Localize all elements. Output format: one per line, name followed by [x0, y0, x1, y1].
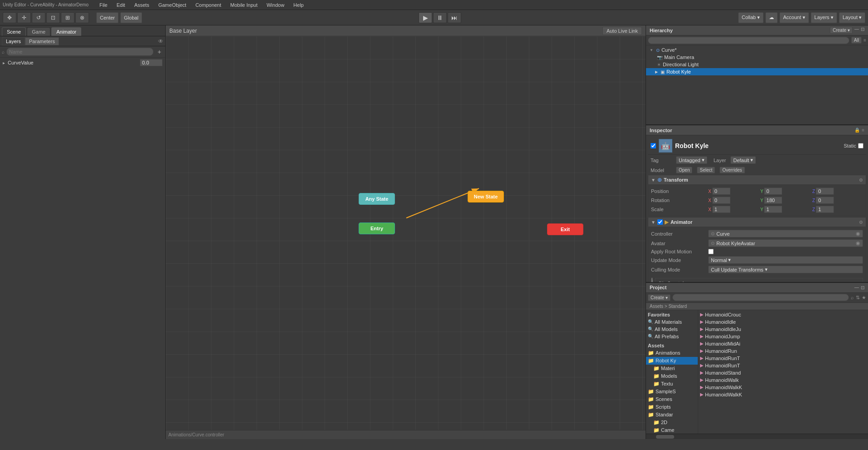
tab-game[interactable]: Game: [27, 27, 50, 36]
update-mode-dropdown[interactable]: Normal ▾: [708, 256, 863, 264]
layers-button[interactable]: Layers ▾: [811, 12, 837, 23]
proj-all-models[interactable]: 🔍 All Models: [646, 326, 698, 333]
proj-item-10[interactable]: ▶ HumanoidWalkK: [698, 384, 868, 391]
state-any-state[interactable]: Any State: [359, 193, 395, 205]
pause-button[interactable]: ⏸: [433, 12, 447, 23]
hand-tool[interactable]: ✥: [3, 12, 16, 23]
rect-tool[interactable]: ⊞: [61, 12, 74, 23]
avatar-circle-btn[interactable]: ◉: [856, 240, 860, 246]
proj-item-3[interactable]: ▶ HumanoidJump: [698, 333, 868, 340]
menu-file[interactable]: File: [98, 1, 109, 9]
params-tab[interactable]: Parameters: [25, 37, 59, 45]
transform-tool[interactable]: ⊗: [75, 12, 89, 23]
move-tool[interactable]: ✛: [17, 12, 31, 23]
star-icon[interactable]: ★: [862, 295, 866, 301]
layers-tab[interactable]: Layers: [2, 37, 25, 45]
scale-tool[interactable]: ⊡: [46, 12, 60, 23]
menu-component[interactable]: Component: [193, 1, 223, 9]
animator-graph-area[interactable]: Any State Entry Exit New State: [166, 36, 646, 430]
inspector-menu-icon[interactable]: ≡: [862, 128, 864, 133]
param-search-input[interactable]: [6, 48, 153, 56]
scale-x-input[interactable]: [712, 206, 730, 213]
proj-robot-kyle[interactable]: 📁 Robot Ky: [646, 357, 698, 365]
proj-item-0[interactable]: ▶ HumanoidCrouc: [698, 311, 868, 318]
proj-materials[interactable]: 📁 Materi: [646, 365, 698, 372]
proj-item-7[interactable]: ▶ HumanoidRunT: [698, 362, 868, 369]
auto-live-button[interactable]: Auto Live Link: [602, 27, 642, 35]
tag-dropdown[interactable]: Untagged ▾: [676, 156, 707, 164]
state-exit[interactable]: Exit: [547, 223, 583, 235]
search-icon[interactable]: ⌕: [851, 295, 854, 300]
layout-button[interactable]: Layout ▾: [839, 12, 865, 23]
proj-item-6[interactable]: ▶ HumanoidRunT: [698, 355, 868, 362]
proj-item-2[interactable]: ▶ HumanoidIdleJu: [698, 326, 868, 333]
proj-models[interactable]: 📁 Models: [646, 372, 698, 380]
play-button[interactable]: ▶: [419, 12, 432, 23]
state-new-state[interactable]: New State: [468, 191, 504, 203]
proj-item-11[interactable]: ▶ HumanoidWalkK: [698, 391, 868, 398]
param-value-input[interactable]: [140, 59, 163, 66]
transform-header[interactable]: ▼ ⊕ Transform ⚙: [648, 175, 866, 185]
apply-root-checkbox[interactable]: [708, 249, 714, 254]
rotate-tool[interactable]: ↺: [32, 12, 45, 23]
tab-scene[interactable]: Scene: [2, 27, 26, 36]
menu-edit[interactable]: Edit: [115, 1, 127, 9]
hierarchy-scene-root[interactable]: ▼ ⊙ Curve*: [646, 46, 868, 54]
proj-scripts[interactable]: 📁 Scripts: [646, 403, 698, 411]
step-button[interactable]: ⏭: [448, 12, 461, 23]
add-param-button[interactable]: +: [155, 48, 163, 56]
hierarchy-search-input[interactable]: [648, 37, 849, 44]
obj-active-checkbox[interactable]: [651, 143, 656, 148]
proj-sample-scenes[interactable]: 📁 SampleS: [646, 388, 698, 396]
hierarchy-item-dir-light[interactable]: ☀ Directional Light: [646, 61, 868, 68]
proj-standard[interactable]: 📁 Standar: [646, 411, 698, 419]
scale-z-input[interactable]: [816, 206, 834, 213]
tab-animator[interactable]: Animator: [51, 27, 81, 36]
hierarchy-create-button[interactable]: Create ▾: [830, 27, 853, 34]
proj-item-4[interactable]: ▶ HumanoidMidAi: [698, 340, 868, 347]
project-minus-icon[interactable]: —: [854, 285, 859, 290]
animator-settings-icon[interactable]: ⚙: [859, 220, 863, 225]
static-checkbox[interactable]: [858, 143, 863, 148]
proj-textures[interactable]: 📁 Textu: [646, 380, 698, 388]
model-select-button[interactable]: Select: [697, 167, 715, 173]
scale-y-input[interactable]: [764, 206, 782, 213]
transform-settings-icon[interactable]: ⚙: [859, 178, 863, 183]
menu-help[interactable]: Help: [291, 1, 306, 9]
menu-mobile-input[interactable]: Mobile Input: [228, 1, 259, 9]
hierarchy-options-icon[interactable]: ≡: [863, 38, 866, 43]
rotation-y-input[interactable]: [764, 197, 782, 204]
minus-icon[interactable]: —: [854, 27, 859, 34]
position-x-input[interactable]: [712, 188, 730, 195]
proj-camera[interactable]: 📁 Came: [646, 426, 698, 434]
animator-comp-header[interactable]: ▼ ▶ Animator ⚙: [648, 217, 866, 227]
culling-mode-dropdown[interactable]: Cull Update Transforms ▾: [708, 266, 863, 273]
project-scrollbar[interactable]: [646, 434, 868, 439]
project-search-input[interactable]: [672, 294, 849, 301]
project-create-button[interactable]: Create ▾: [648, 294, 671, 301]
rotation-x-input[interactable]: [712, 197, 730, 204]
proj-item-8[interactable]: ▶ HumanoidStand: [698, 369, 868, 376]
position-z-input[interactable]: [816, 188, 834, 195]
rotation-z-input[interactable]: [816, 197, 834, 204]
menu-gameobject[interactable]: GameObject: [157, 1, 188, 9]
menu-assets[interactable]: Assets: [133, 1, 151, 9]
inspector-lock-icon[interactable]: 🔒: [854, 128, 860, 133]
center-toggle[interactable]: Center: [96, 12, 118, 23]
proj-item-1[interactable]: ▶ HumanoidIdle: [698, 318, 868, 326]
menu-window[interactable]: Window: [265, 1, 286, 9]
proj-scenes[interactable]: 📁 Scenes: [646, 396, 698, 403]
hierarchy-item-robot-kyle[interactable]: ▶ ▣ Robot Kyle: [646, 68, 868, 75]
proj-animations[interactable]: 📁 Animations: [646, 349, 698, 357]
animator-enabled-checkbox[interactable]: [657, 219, 663, 225]
proj-all-materials[interactable]: 🔍 All Materials: [646, 318, 698, 326]
eye-icon[interactable]: 👁: [158, 38, 163, 45]
model-overrides-button[interactable]: Overrides: [720, 167, 745, 173]
project-scrollbar-thumb[interactable]: [656, 435, 674, 439]
model-open-button[interactable]: Open: [676, 167, 692, 173]
controller-circle-btn[interactable]: ◉: [856, 231, 860, 237]
layer-dropdown[interactable]: Default ▾: [730, 156, 756, 164]
position-y-input[interactable]: [764, 188, 782, 195]
hierarchy-all-button[interactable]: All: [851, 37, 862, 44]
collab-button[interactable]: Collab ▾: [738, 12, 764, 23]
